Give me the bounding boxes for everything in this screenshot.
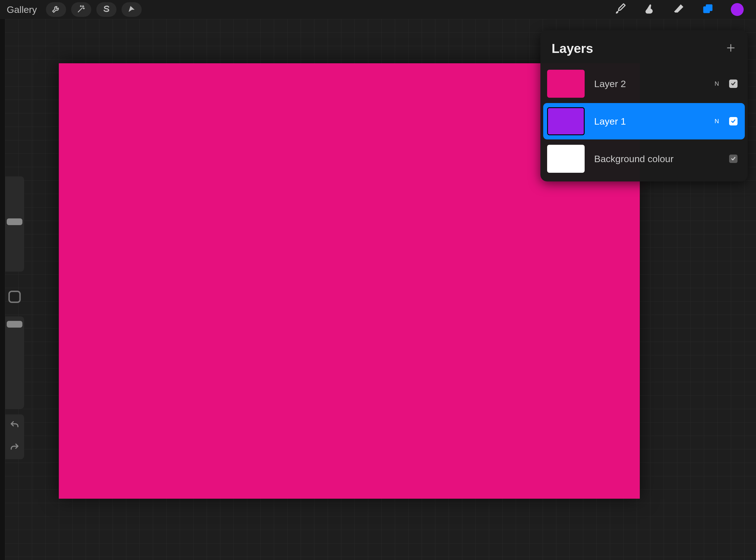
color-swatch[interactable] [731,3,744,16]
modify-button[interactable] [8,291,21,303]
svg-rect-1 [706,4,713,11]
cursor-arrow-icon [127,4,136,15]
top-toolbar: Gallery [0,0,756,19]
blend-mode-short[interactable]: N [714,80,720,87]
smudge-button[interactable] [643,3,656,16]
undo-button[interactable] [9,420,20,431]
toolbar-right [614,3,749,16]
wrench-icon [52,4,60,15]
brush-size-slider[interactable] [5,176,24,272]
brush-icon [614,3,626,16]
transform-button[interactable] [121,2,142,17]
brush-button[interactable] [614,3,626,16]
layer-visibility-checkbox[interactable] [729,117,737,125]
layer-visibility-checkbox[interactable] [729,155,737,163]
layer-thumbnail [547,70,585,98]
actions-button[interactable] [46,2,66,17]
gallery-button[interactable]: Gallery [7,4,37,15]
smudge-icon [643,3,656,16]
layer-row[interactable]: Layer 2 N [543,65,745,102]
blend-mode-short[interactable]: N [714,118,720,125]
layer-thumbnail [547,107,585,135]
layer-row[interactable]: Background colour [543,141,745,177]
layers-icon [702,3,714,16]
redo-button[interactable] [9,442,20,454]
layer-name-label: Layer 1 [594,116,704,127]
undo-icon [9,420,20,431]
brush-size-handle[interactable] [7,218,22,225]
undo-redo-group [5,414,24,459]
layers-title: Layers [552,41,593,56]
toolbar-left: Gallery [7,2,143,17]
eraser-button[interactable] [673,3,685,16]
layer-visibility-checkbox[interactable] [729,80,737,88]
adjustments-button[interactable] [71,2,91,17]
brush-opacity-handle[interactable] [7,321,22,327]
left-edge-strip [0,19,5,560]
wand-icon [77,4,86,15]
brush-opacity-slider[interactable] [5,316,24,409]
layer-name-label: Layer 2 [594,78,704,89]
eraser-icon [673,3,685,16]
layers-header: Layers [540,37,748,64]
layer-row[interactable]: Layer 1 N [543,103,745,139]
select-s-icon [102,4,111,15]
plus-icon [726,43,736,54]
add-layer-button[interactable] [725,43,736,54]
layers-button[interactable] [702,3,714,16]
layer-name-label: Background colour [594,154,704,164]
layer-thumbnail [547,145,585,173]
selection-button[interactable] [96,2,117,17]
layers-panel: Layers Layer 2 N Layer 1 N Background co… [540,30,748,181]
redo-icon [9,442,20,454]
